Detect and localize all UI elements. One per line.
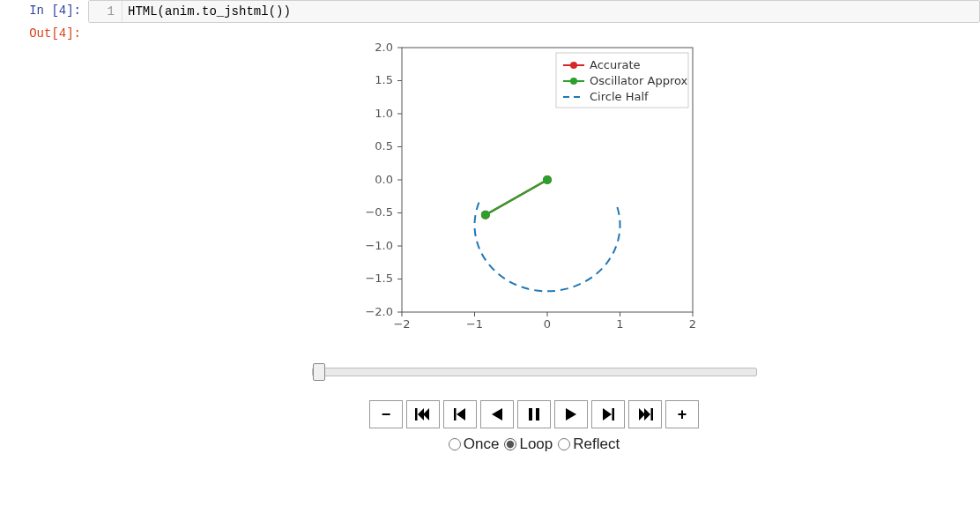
frame-slider[interactable] (312, 366, 757, 378)
play-button[interactable] (554, 400, 588, 428)
code-gutter: 1 (89, 1, 122, 22)
code-text: HTML(anim.to_jshtml()) (122, 1, 979, 22)
ytick-6: 1.0 (375, 107, 393, 120)
anim-controls: − (369, 390, 699, 434)
pause-icon (529, 408, 539, 421)
svg-rect-28 (536, 408, 539, 421)
xtick-3: 1 (616, 317, 623, 331)
y-ticks: 2.0 1.5 1.0 0.5 0.0 −0.5 −1.0 −1.5 −2.0 (365, 41, 402, 318)
oscillator-series (486, 180, 547, 215)
svg-marker-23 (423, 408, 429, 421)
skip-end-icon (637, 408, 653, 421)
svg-marker-25 (457, 408, 465, 421)
code-cell[interactable]: 1 HTML(anim.to_jshtml()) (88, 0, 980, 23)
svg-rect-24 (454, 408, 457, 421)
loop-mode-group: Once Loop Reflect (449, 434, 620, 460)
xtick-2: 0 (544, 317, 551, 331)
mode-once-label[interactable]: Once (449, 435, 500, 453)
mode-once-text: Once (464, 435, 500, 453)
mode-reflect-text: Reflect (573, 435, 620, 453)
step-forward-icon (602, 408, 614, 421)
legend-item-2: Circle Half (590, 90, 649, 103)
ytick-3: −0.5 (365, 205, 393, 219)
svg-rect-27 (529, 408, 532, 421)
step-back-icon (454, 408, 466, 421)
ytick-0: −2.0 (365, 305, 393, 318)
output-area: 2.0 1.5 1.0 0.5 0.0 −0.5 −1.0 −1.5 −2.0 (88, 23, 980, 471)
in-prompt: In [4]: (0, 0, 88, 23)
play-back-icon (492, 408, 502, 421)
legend-item-0: Accurate (590, 58, 641, 71)
faster-button[interactable]: + (665, 400, 699, 428)
mode-reflect-radio[interactable] (558, 438, 570, 450)
ytick-2: −1.0 (365, 239, 393, 252)
svg-rect-34 (651, 408, 654, 421)
svg-point-19 (570, 78, 577, 85)
svg-marker-29 (566, 408, 576, 421)
pause-button[interactable] (517, 400, 551, 428)
slower-button[interactable]: − (369, 400, 403, 428)
chart: 2.0 1.5 1.0 0.5 0.0 −0.5 −1.0 −1.5 −2.0 (340, 30, 728, 341)
svg-marker-26 (492, 408, 502, 421)
ytick-5: 0.5 (375, 139, 393, 153)
xtick-0: −2 (393, 317, 410, 331)
legend-item-1: Oscillator Approx (590, 74, 687, 87)
circle-half-series (475, 203, 620, 292)
svg-marker-22 (418, 408, 424, 421)
first-frame-button[interactable] (406, 400, 440, 428)
svg-marker-33 (644, 408, 650, 421)
ytick-1: −1.5 (365, 272, 393, 285)
mode-loop-text: Loop (519, 435, 553, 453)
mode-reflect-label[interactable]: Reflect (558, 435, 620, 453)
svg-marker-30 (603, 408, 612, 421)
mode-loop-radio[interactable] (504, 438, 516, 450)
ytick-7: 1.5 (375, 73, 393, 86)
play-back-button[interactable] (480, 400, 514, 428)
x-ticks: −2 −1 0 1 2 (393, 312, 696, 331)
svg-marker-32 (639, 408, 645, 421)
skip-start-icon (415, 408, 431, 421)
out-prompt: Out[4]: (0, 23, 88, 471)
mode-once-radio[interactable] (449, 438, 461, 450)
oscillator-marker-0 (543, 175, 552, 184)
svg-rect-31 (612, 408, 615, 421)
next-frame-button[interactable] (591, 400, 625, 428)
prev-frame-button[interactable] (443, 400, 477, 428)
play-icon (566, 408, 576, 421)
legend: Accurate Oscillator Approx Circle Half (556, 53, 688, 108)
mode-loop-label[interactable]: Loop (504, 435, 553, 453)
xtick-1: −1 (466, 317, 483, 331)
svg-rect-21 (415, 408, 418, 421)
oscillator-marker-1 (481, 211, 490, 220)
ytick-4: 0.0 (375, 173, 393, 186)
svg-point-17 (570, 62, 577, 69)
last-frame-button[interactable] (628, 400, 662, 428)
ytick-8: 2.0 (375, 41, 393, 54)
xtick-4: 2 (689, 317, 696, 331)
